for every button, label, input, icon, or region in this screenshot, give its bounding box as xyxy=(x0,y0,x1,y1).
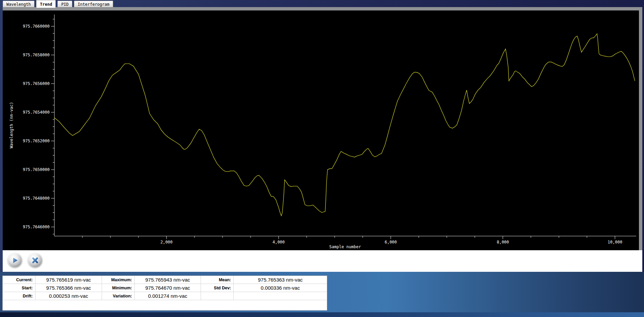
y-tick-label: 975.7658000 xyxy=(23,53,50,57)
stat-value: 975.764670 nm-vac xyxy=(135,284,201,292)
y-axis-title: Wavelength (nm-vac) xyxy=(9,102,14,148)
x-tick-label: 4,000 xyxy=(273,240,285,244)
chart-frame: 975.7660000975.7658000975.7656000975.765… xyxy=(3,7,642,250)
stat-value: 975.765366 nm-vac xyxy=(35,284,102,292)
y-tick-label: 975.7656000 xyxy=(23,81,50,86)
trend-chart: 975.7660000975.7658000975.7656000975.765… xyxy=(3,10,639,250)
stat-value: 975.765619 nm-vac xyxy=(35,276,102,284)
x-axis-title: Sample number xyxy=(329,244,361,249)
stat-label: Maximum: xyxy=(102,276,135,284)
statistics-table: Current:975.765619 nm-vacMaximum:975.765… xyxy=(2,276,327,311)
stat-label: Variation: xyxy=(102,292,135,300)
y-tick-label: 975.7660000 xyxy=(23,24,50,29)
stat-value: 0.000253 nm-vac xyxy=(35,292,102,300)
stat-label: Current: xyxy=(3,276,35,284)
tab-pid[interactable]: PID xyxy=(57,1,72,7)
tab-trend[interactable]: Trend xyxy=(36,0,56,8)
stat-value xyxy=(234,292,327,300)
y-tick-label: 975.7650000 xyxy=(23,167,50,172)
stat-label xyxy=(201,292,234,300)
stat-label: Start: xyxy=(3,284,35,292)
tab-wavelength[interactable]: Wavelength xyxy=(3,1,34,7)
x-tick-label: 8,000 xyxy=(497,240,509,244)
stat-value: 0.000336 nm-vac xyxy=(234,284,327,292)
stats-empty-row xyxy=(3,300,327,310)
trend-tab-page: 975.7660000975.7658000975.7656000975.765… xyxy=(3,7,642,272)
stat-label: Minimum: xyxy=(102,284,135,292)
y-tick-label: 975.7648000 xyxy=(23,196,50,201)
stat-value: 0.001274 nm-vac xyxy=(135,292,201,300)
stat-label: Mean: xyxy=(201,276,234,284)
trend-line xyxy=(54,34,635,216)
stat-value: 975.765363 nm-vac xyxy=(234,276,327,284)
play-icon xyxy=(11,257,19,264)
y-tick-label: 975.7652000 xyxy=(23,139,50,143)
tab-interferogram[interactable]: Interferogram xyxy=(74,1,113,7)
y-tick-label: 975.7654000 xyxy=(23,110,50,115)
x-tick-label: 2,000 xyxy=(160,240,173,244)
y-tick-label: 975.7646000 xyxy=(23,225,50,229)
toolbar-band xyxy=(3,250,642,272)
close-button[interactable] xyxy=(28,253,43,268)
x-tick-label: 10,000 xyxy=(608,240,622,244)
stat-label: Drift: xyxy=(3,292,35,300)
tab-bar: WavelengthTrendPIDInterferogram xyxy=(3,0,113,7)
x-tick-label: 6,000 xyxy=(385,240,397,244)
play-button[interactable] xyxy=(7,253,22,268)
x-icon xyxy=(31,257,39,264)
stat-label: Std Dev: xyxy=(201,284,234,292)
bottom-strip xyxy=(0,312,644,317)
stat-value: 975.765943 nm-vac xyxy=(135,276,201,284)
